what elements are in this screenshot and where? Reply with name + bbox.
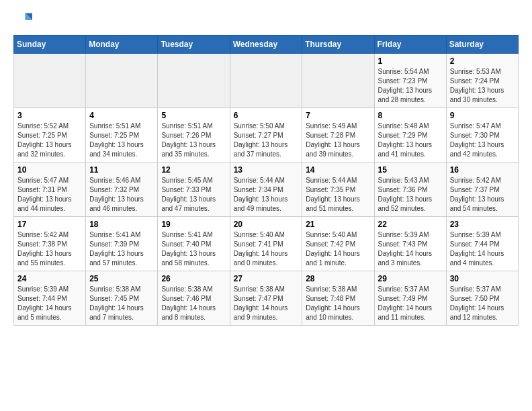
calendar-week-row: 17Sunrise: 5:42 AMSunset: 7:38 PMDayligh…	[14, 217, 519, 271]
day-number: 12	[161, 165, 226, 175]
day-info: Sunrise: 5:41 AMSunset: 7:40 PMDaylight:…	[161, 230, 226, 268]
calendar-cell: 28Sunrise: 5:38 AMSunset: 7:48 PMDayligh…	[302, 271, 374, 326]
day-number: 5	[161, 111, 226, 120]
day-number: 18	[89, 220, 154, 229]
day-number: 13	[234, 165, 299, 175]
calendar-cell: 17Sunrise: 5:42 AMSunset: 7:38 PMDayligh…	[14, 217, 86, 271]
day-number: 9	[450, 111, 515, 120]
day-number: 2	[450, 56, 515, 66]
day-info: Sunrise: 5:38 AMSunset: 7:45 PMDaylight:…	[89, 285, 154, 322]
calendar-cell: 6Sunrise: 5:50 AMSunset: 7:27 PMDaylight…	[230, 108, 302, 163]
weekday-header-sunday: Sunday	[14, 36, 86, 54]
calendar-cell: 12Sunrise: 5:45 AMSunset: 7:33 PMDayligh…	[158, 163, 230, 217]
day-number: 24	[17, 274, 82, 283]
day-info: Sunrise: 5:38 AMSunset: 7:48 PMDaylight:…	[306, 285, 370, 322]
day-number: 14	[306, 165, 370, 175]
page-header	[13, 11, 519, 30]
day-info: Sunrise: 5:47 AMSunset: 7:30 PMDaylight:…	[450, 122, 515, 159]
weekday-header-saturday: Saturday	[446, 36, 518, 54]
calendar-cell: 14Sunrise: 5:44 AMSunset: 7:35 PMDayligh…	[302, 163, 374, 217]
calendar-cell: 27Sunrise: 5:38 AMSunset: 7:47 PMDayligh…	[230, 271, 302, 326]
day-number: 26	[161, 274, 226, 283]
day-info: Sunrise: 5:50 AMSunset: 7:27 PMDaylight:…	[234, 122, 299, 159]
day-info: Sunrise: 5:38 AMSunset: 7:47 PMDaylight:…	[234, 285, 299, 322]
day-info: Sunrise: 5:52 AMSunset: 7:25 PMDaylight:…	[17, 122, 82, 159]
calendar-cell: 21Sunrise: 5:40 AMSunset: 7:42 PMDayligh…	[302, 217, 374, 271]
calendar-cell: 5Sunrise: 5:51 AMSunset: 7:26 PMDaylight…	[158, 108, 230, 163]
calendar-body: 1Sunrise: 5:54 AMSunset: 7:23 PMDaylight…	[14, 54, 519, 326]
day-info: Sunrise: 5:49 AMSunset: 7:28 PMDaylight:…	[306, 122, 370, 159]
day-number: 30	[450, 274, 515, 283]
calendar-cell: 30Sunrise: 5:37 AMSunset: 7:50 PMDayligh…	[446, 271, 518, 326]
calendar-cell: 1Sunrise: 5:54 AMSunset: 7:23 PMDaylight…	[374, 54, 446, 108]
day-info: Sunrise: 5:45 AMSunset: 7:33 PMDaylight:…	[161, 176, 226, 214]
calendar-cell: 23Sunrise: 5:39 AMSunset: 7:44 PMDayligh…	[446, 217, 518, 271]
calendar-cell: 13Sunrise: 5:44 AMSunset: 7:34 PMDayligh…	[230, 163, 302, 217]
calendar-cell: 4Sunrise: 5:51 AMSunset: 7:25 PMDaylight…	[86, 108, 158, 163]
calendar-cell: 3Sunrise: 5:52 AMSunset: 7:25 PMDaylight…	[14, 108, 86, 163]
calendar-cell: 20Sunrise: 5:40 AMSunset: 7:41 PMDayligh…	[230, 217, 302, 271]
calendar-cell: 18Sunrise: 5:41 AMSunset: 7:39 PMDayligh…	[86, 217, 158, 271]
logo	[13, 11, 35, 30]
calendar-cell	[14, 54, 86, 108]
day-number: 20	[234, 220, 299, 229]
calendar-cell: 10Sunrise: 5:47 AMSunset: 7:31 PMDayligh…	[14, 163, 86, 217]
weekday-header-tuesday: Tuesday	[158, 36, 230, 54]
day-info: Sunrise: 5:37 AMSunset: 7:50 PMDaylight:…	[450, 285, 515, 322]
calendar-cell	[158, 54, 230, 108]
day-info: Sunrise: 5:46 AMSunset: 7:32 PMDaylight:…	[89, 176, 154, 214]
day-info: Sunrise: 5:47 AMSunset: 7:31 PMDaylight:…	[17, 176, 82, 214]
day-info: Sunrise: 5:40 AMSunset: 7:42 PMDaylight:…	[306, 230, 370, 268]
day-info: Sunrise: 5:38 AMSunset: 7:46 PMDaylight:…	[161, 285, 226, 322]
day-number: 7	[306, 111, 370, 120]
day-info: Sunrise: 5:48 AMSunset: 7:29 PMDaylight:…	[378, 122, 443, 159]
calendar-cell: 15Sunrise: 5:43 AMSunset: 7:36 PMDayligh…	[374, 163, 446, 217]
day-info: Sunrise: 5:42 AMSunset: 7:37 PMDaylight:…	[450, 176, 515, 214]
day-number: 4	[89, 111, 154, 120]
calendar-cell: 29Sunrise: 5:37 AMSunset: 7:49 PMDayligh…	[374, 271, 446, 326]
calendar-cell: 19Sunrise: 5:41 AMSunset: 7:40 PMDayligh…	[158, 217, 230, 271]
day-info: Sunrise: 5:43 AMSunset: 7:36 PMDaylight:…	[378, 176, 443, 214]
calendar-cell: 24Sunrise: 5:39 AMSunset: 7:44 PMDayligh…	[14, 271, 86, 326]
calendar-cell	[230, 54, 302, 108]
day-info: Sunrise: 5:41 AMSunset: 7:39 PMDaylight:…	[89, 230, 154, 268]
calendar-cell: 2Sunrise: 5:53 AMSunset: 7:24 PMDaylight…	[446, 54, 518, 108]
calendar-week-row: 3Sunrise: 5:52 AMSunset: 7:25 PMDaylight…	[14, 108, 519, 163]
day-number: 6	[234, 111, 299, 120]
calendar-cell: 25Sunrise: 5:38 AMSunset: 7:45 PMDayligh…	[86, 271, 158, 326]
day-info: Sunrise: 5:44 AMSunset: 7:34 PMDaylight:…	[234, 176, 299, 214]
day-number: 22	[378, 220, 443, 229]
day-info: Sunrise: 5:39 AMSunset: 7:44 PMDaylight:…	[450, 230, 515, 268]
day-info: Sunrise: 5:51 AMSunset: 7:26 PMDaylight:…	[161, 122, 226, 159]
weekday-header-monday: Monday	[86, 36, 158, 54]
weekday-header-friday: Friday	[374, 36, 446, 54]
calendar-cell: 11Sunrise: 5:46 AMSunset: 7:32 PMDayligh…	[86, 163, 158, 217]
day-info: Sunrise: 5:39 AMSunset: 7:44 PMDaylight:…	[17, 285, 82, 322]
day-number: 17	[17, 220, 82, 229]
day-info: Sunrise: 5:40 AMSunset: 7:41 PMDaylight:…	[234, 230, 299, 268]
day-number: 19	[161, 220, 226, 229]
calendar-cell: 22Sunrise: 5:39 AMSunset: 7:43 PMDayligh…	[374, 217, 446, 271]
day-info: Sunrise: 5:53 AMSunset: 7:24 PMDaylight:…	[450, 67, 515, 105]
weekday-header-thursday: Thursday	[302, 36, 374, 54]
day-number: 3	[17, 111, 82, 120]
calendar-week-row: 24Sunrise: 5:39 AMSunset: 7:44 PMDayligh…	[14, 271, 519, 326]
day-number: 27	[234, 274, 299, 283]
calendar-header-row: SundayMondayTuesdayWednesdayThursdayFrid…	[14, 36, 519, 54]
calendar-week-row: 10Sunrise: 5:47 AMSunset: 7:31 PMDayligh…	[14, 163, 519, 217]
day-info: Sunrise: 5:51 AMSunset: 7:25 PMDaylight:…	[89, 122, 154, 159]
day-info: Sunrise: 5:54 AMSunset: 7:23 PMDaylight:…	[378, 67, 443, 105]
calendar-table: SundayMondayTuesdayWednesdayThursdayFrid…	[13, 35, 519, 326]
day-info: Sunrise: 5:44 AMSunset: 7:35 PMDaylight:…	[306, 176, 370, 214]
calendar-cell: 7Sunrise: 5:49 AMSunset: 7:28 PMDaylight…	[302, 108, 374, 163]
day-info: Sunrise: 5:37 AMSunset: 7:49 PMDaylight:…	[378, 285, 443, 322]
day-number: 1	[378, 56, 443, 66]
day-number: 11	[89, 165, 154, 175]
day-info: Sunrise: 5:39 AMSunset: 7:43 PMDaylight:…	[378, 230, 443, 268]
day-info: Sunrise: 5:42 AMSunset: 7:38 PMDaylight:…	[17, 230, 82, 268]
day-number: 28	[306, 274, 370, 283]
calendar-week-row: 1Sunrise: 5:54 AMSunset: 7:23 PMDaylight…	[14, 54, 519, 108]
calendar-cell	[86, 54, 158, 108]
day-number: 21	[306, 220, 370, 229]
day-number: 25	[89, 274, 154, 283]
